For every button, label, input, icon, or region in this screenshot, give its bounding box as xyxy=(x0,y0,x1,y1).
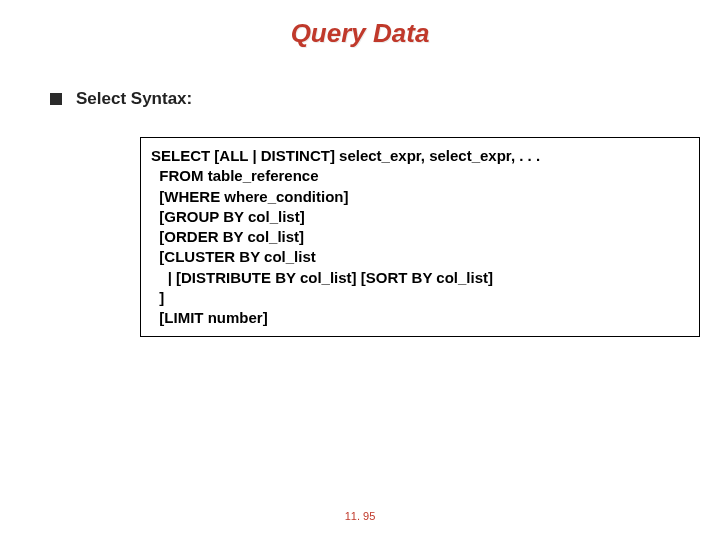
square-bullet-icon xyxy=(50,93,62,105)
page-number: 11. 95 xyxy=(0,510,720,522)
slide-title: Query Data xyxy=(40,18,680,49)
bullet-row: Select Syntax: xyxy=(50,89,680,109)
slide: Query Data Select Syntax: SELECT [ALL | … xyxy=(0,0,720,540)
syntax-code-block: SELECT [ALL | DISTINCT] select_expr, sel… xyxy=(140,137,700,337)
bullet-label: Select Syntax: xyxy=(76,89,192,109)
